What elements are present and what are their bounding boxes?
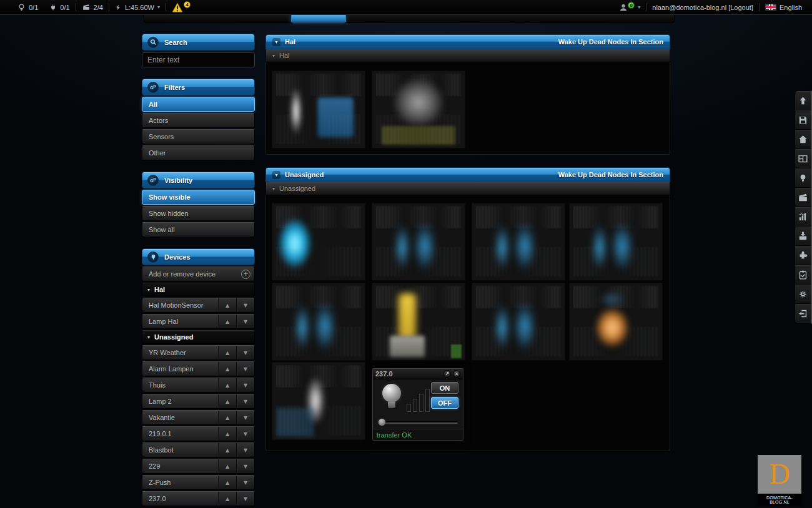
device-tile-yellow-lamp[interactable] (372, 283, 465, 360)
tile-glow (392, 77, 445, 137)
visibility-item-show-all[interactable]: Show all (142, 222, 255, 237)
move-down-button[interactable]: ▼ (236, 492, 254, 506)
save-button[interactable] (795, 110, 811, 130)
rooms-button[interactable] (795, 149, 811, 169)
device-row[interactable]: 229▲▼ (142, 459, 255, 474)
search-panel-header: Search (142, 34, 255, 51)
device-tile-cyan-glow[interactable] (272, 203, 365, 280)
move-up-button[interactable]: ▲ (218, 298, 236, 312)
add-remove-device-button[interactable]: Add or remove device + (142, 266, 255, 281)
dim-level-slider[interactable] (378, 418, 458, 427)
device-reorder-controls: ▲▼ (218, 378, 254, 392)
move-down-button[interactable]: ▼ (236, 346, 254, 359)
device-reorder-controls: ▲▼ (218, 427, 254, 441)
device-tile-orange-glow[interactable] (570, 283, 662, 360)
device-group-unassigned[interactable]: ▾Unassigned (142, 330, 255, 344)
move-down-button[interactable]: ▼ (236, 298, 254, 312)
plug-icon (49, 3, 57, 12)
device-row[interactable]: Thuis▲▼ (142, 378, 255, 393)
power-meter[interactable]: L:45.60W ▾ (109, 3, 166, 12)
device-tile-blue-glyph[interactable] (570, 203, 662, 280)
device-row[interactable]: Vakantie▲▼ (142, 410, 255, 425)
move-down-button[interactable]: ▼ (236, 443, 254, 457)
wake-up-dead-nodes-button[interactable]: Wake Up Dead Nodes In Section (558, 171, 663, 178)
lamp-counter-value: 0/1 (29, 4, 38, 11)
filter-item-actors[interactable]: Actors (142, 113, 255, 128)
collapse-chevron-icon[interactable]: ▾ (272, 171, 280, 179)
move-up-button[interactable]: ▲ (218, 443, 236, 457)
move-up-button[interactable]: ▲ (218, 411, 236, 424)
device-tile-blue-glyph[interactable] (472, 283, 565, 360)
device-row[interactable]: Alarm Lampen▲▼ (142, 361, 255, 376)
up-arrow-button[interactable] (795, 91, 811, 110)
device-row[interactable]: 237.0▲▼ (142, 491, 255, 506)
device-row[interactable]: Blastbot▲▼ (142, 442, 255, 457)
settings-button[interactable] (795, 285, 811, 304)
section-unassigned-subheader[interactable]: ▾ Unassigned (265, 182, 670, 195)
charts-button[interactable] (795, 207, 811, 227)
move-down-button[interactable]: ▼ (236, 459, 254, 473)
active-room-tab[interactable] (291, 15, 346, 22)
move-down-button[interactable]: ▼ (236, 476, 254, 489)
search-input[interactable] (142, 52, 255, 67)
device-row[interactable]: YR Weather▲▼ (142, 345, 255, 360)
user-menu[interactable]: 0 ▾ (613, 3, 646, 12)
off-button[interactable]: OFF (431, 397, 458, 409)
wake-up-dead-nodes-button[interactable]: Wake Up Dead Nodes In Section (558, 38, 663, 46)
scenes-button[interactable] (795, 188, 811, 207)
move-down-button[interactable]: ▼ (236, 362, 254, 376)
device-tile-white-glyph[interactable] (272, 363, 365, 439)
move-down-button[interactable]: ▼ (236, 411, 254, 424)
move-down-button[interactable]: ▼ (236, 378, 254, 392)
tile-glow (413, 222, 436, 271)
move-up-button[interactable]: ▲ (218, 378, 236, 392)
filter-item-other[interactable]: Other (142, 145, 255, 160)
device-group-hal[interactable]: ▾Hal (142, 283, 255, 296)
logout-button[interactable] (795, 304, 811, 323)
move-down-button[interactable]: ▼ (236, 315, 254, 328)
device-tile-blue-glyph[interactable] (372, 203, 465, 280)
device-reorder-controls: ▲▼ (218, 443, 254, 457)
move-up-button[interactable]: ▲ (218, 476, 236, 489)
device-tile-blue-glyph[interactable] (272, 283, 365, 360)
on-button[interactable]: ON (431, 382, 458, 394)
device-row[interactable]: Lamp 2▲▼ (142, 394, 255, 409)
visibility-item-show-visible[interactable]: Show visible (142, 190, 255, 205)
backup-button[interactable] (795, 227, 811, 246)
rules-button[interactable] (795, 265, 811, 285)
move-down-button[interactable]: ▼ (236, 427, 254, 441)
move-up-button[interactable]: ▲ (218, 492, 236, 506)
visibility-item-show-hidden[interactable]: Show hidden (142, 206, 255, 221)
plugins-button[interactable] (795, 246, 811, 265)
home-button[interactable] (795, 130, 811, 149)
filter-item-all[interactable]: All (142, 97, 255, 112)
device-tile-sensor-dome[interactable] (372, 71, 465, 148)
move-down-button[interactable]: ▼ (236, 394, 254, 408)
device-tile-lamp-white-blue[interactable] (272, 71, 365, 148)
plugins-icon (798, 250, 808, 261)
slider-track[interactable] (384, 421, 458, 424)
slider-knob[interactable] (378, 418, 386, 426)
move-up-button[interactable]: ▲ (218, 362, 236, 376)
move-up-button[interactable]: ▲ (218, 394, 236, 408)
configure-wrench-icon[interactable] (443, 370, 451, 378)
filter-item-sensors[interactable]: Sensors (142, 129, 255, 144)
language-selector[interactable]: English (760, 4, 812, 11)
device-row[interactable]: Z-Push▲▼ (142, 475, 255, 490)
device-row-label: Alarm Lampen (142, 365, 218, 373)
device-row[interactable]: Hal MotionSensor▲▼ (142, 298, 255, 313)
move-up-button[interactable]: ▲ (218, 346, 236, 359)
move-up-button[interactable]: ▲ (218, 315, 236, 328)
devices-button[interactable] (795, 169, 811, 188)
alerts-indicator[interactable]: 4 (166, 2, 196, 12)
device-tile-blue-glyph[interactable] (472, 203, 565, 280)
device-row[interactable]: 219.0.1▲▼ (142, 426, 255, 441)
move-up-button[interactable]: ▲ (218, 427, 236, 441)
close-icon[interactable]: ✕ (453, 370, 460, 378)
device-row[interactable]: Lamp Hal▲▼ (142, 314, 255, 329)
tile-glow (295, 305, 310, 349)
move-up-button[interactable]: ▲ (218, 459, 236, 473)
collapse-chevron-icon[interactable]: ▾ (272, 38, 280, 46)
account-logout-link[interactable]: nlaan@domotica-blog.nl [Logout] (652, 4, 753, 11)
section-hal-subheader[interactable]: ▾ Hal (265, 49, 670, 62)
